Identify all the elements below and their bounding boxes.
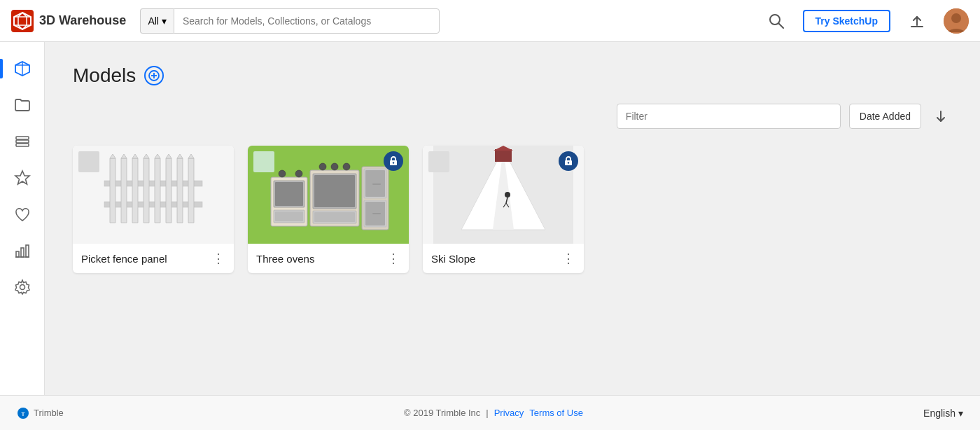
upload-button[interactable] bbox=[904, 8, 930, 34]
fence-illustration bbox=[97, 153, 209, 237]
svg-rect-11 bbox=[16, 140, 29, 143]
footer: T Trimble © 2019 Trimble Inc | Privacy T… bbox=[0, 395, 980, 430]
svg-marker-31 bbox=[144, 158, 149, 223]
lock-icon bbox=[388, 156, 398, 166]
svg-point-72 bbox=[505, 192, 510, 197]
language-selector[interactable]: English ▾ bbox=[923, 408, 963, 419]
add-model-button[interactable] bbox=[144, 66, 164, 85]
card-menu-three-ovens[interactable]: ⋮ bbox=[387, 252, 400, 265]
sort-date-added-button[interactable]: Date Added bbox=[849, 104, 921, 129]
heart-icon bbox=[14, 206, 31, 223]
sidebar-item-analytics[interactable] bbox=[7, 235, 38, 266]
svg-point-56 bbox=[331, 163, 338, 170]
card-footer-three-ovens: Three ovens ⋮ bbox=[248, 244, 409, 273]
card-picket-fence[interactable]: Picket fence panel ⋮ bbox=[73, 146, 234, 273]
sidebar-item-models[interactable] bbox=[7, 53, 38, 84]
svg-marker-40 bbox=[188, 154, 194, 158]
svg-point-66 bbox=[568, 162, 569, 163]
card-title-picket-fence: Picket fence panel bbox=[81, 253, 167, 265]
ski-slope-illustration bbox=[433, 146, 573, 244]
search-filter-dropdown[interactable]: All ▾ bbox=[140, 8, 174, 34]
svg-marker-33 bbox=[155, 158, 160, 223]
logo-text: 3D Warehouse bbox=[39, 13, 126, 28]
svg-marker-28 bbox=[121, 154, 127, 158]
svg-marker-35 bbox=[166, 158, 172, 223]
logo-area: 3D Warehouse bbox=[11, 10, 126, 32]
svg-marker-26 bbox=[110, 154, 115, 158]
page-title: Models bbox=[73, 64, 136, 87]
svg-marker-37 bbox=[177, 158, 183, 223]
sidebar-item-settings[interactable] bbox=[7, 272, 38, 303]
svg-marker-36 bbox=[166, 154, 172, 158]
search-icon bbox=[769, 13, 784, 29]
body-area: Models Date Added bbox=[0, 42, 980, 395]
card-thumb-picket-fence bbox=[73, 146, 234, 244]
gear-icon bbox=[14, 279, 31, 296]
svg-marker-39 bbox=[188, 158, 194, 223]
filter-input[interactable] bbox=[617, 104, 841, 129]
star-icon bbox=[14, 169, 31, 186]
trimble-logo-icon: T bbox=[17, 407, 29, 419]
footer-center: © 2019 Trimble Inc | Privacy Terms of Us… bbox=[64, 408, 923, 418]
filter-row: Date Added bbox=[73, 104, 952, 129]
svg-marker-32 bbox=[144, 154, 149, 158]
card-footer-ski-slope: Ski Slope ⋮ bbox=[423, 244, 584, 273]
svg-text:T: T bbox=[22, 411, 25, 417]
svg-rect-23 bbox=[104, 181, 202, 186]
svg-marker-38 bbox=[177, 154, 183, 158]
card-mini-thumb bbox=[78, 151, 99, 172]
sidebar-item-favorites[interactable] bbox=[7, 162, 38, 193]
language-label: English bbox=[923, 408, 955, 419]
svg-rect-45 bbox=[275, 182, 303, 206]
card-thumb-three-ovens bbox=[248, 146, 409, 244]
card-ski-slope[interactable]: Ski Slope ⋮ bbox=[423, 146, 584, 273]
avatar[interactable] bbox=[944, 8, 969, 34]
svg-marker-29 bbox=[132, 158, 138, 223]
footer-terms-link[interactable]: Terms of Use bbox=[529, 408, 583, 418]
card-menu-ski-slope[interactable]: ⋮ bbox=[562, 252, 575, 265]
svg-point-55 bbox=[319, 163, 326, 170]
footer-copyright: © 2019 Trimble Inc bbox=[404, 408, 480, 418]
sort-direction-button[interactable] bbox=[930, 105, 952, 127]
card-mini-thumb-ovens bbox=[253, 151, 274, 172]
stack-icon bbox=[14, 133, 31, 150]
lock-icon-ski bbox=[564, 156, 573, 166]
svg-marker-25 bbox=[110, 158, 115, 223]
cube-icon bbox=[14, 60, 31, 77]
svg-rect-64 bbox=[372, 213, 381, 214]
svg-line-6 bbox=[778, 23, 783, 28]
sidebar-item-collections[interactable] bbox=[7, 90, 38, 120]
card-footer-picket-fence: Picket fence panel ⋮ bbox=[73, 244, 234, 273]
trimble-label: Trimble bbox=[34, 408, 64, 418]
main-content: Models Date Added bbox=[45, 42, 980, 395]
card-three-ovens[interactable]: Three ovens ⋮ bbox=[248, 146, 409, 273]
sidebar-item-catalogs[interactable] bbox=[7, 126, 38, 157]
svg-rect-24 bbox=[104, 202, 202, 207]
card-mini-thumb-ski bbox=[428, 151, 449, 172]
svg-rect-70 bbox=[495, 149, 512, 162]
svg-point-48 bbox=[279, 170, 286, 177]
svg-rect-10 bbox=[16, 137, 29, 139]
svg-rect-16 bbox=[26, 245, 29, 257]
card-menu-picket-fence[interactable]: ⋮ bbox=[212, 252, 225, 265]
svg-rect-52 bbox=[314, 175, 355, 207]
logo-icon bbox=[11, 10, 34, 32]
cards-grid: Picket fence panel ⋮ bbox=[73, 146, 952, 273]
svg-marker-30 bbox=[132, 154, 138, 158]
card-thumb-ski-slope bbox=[423, 146, 584, 244]
lock-badge-ovens bbox=[384, 151, 403, 171]
svg-rect-14 bbox=[16, 251, 19, 257]
svg-marker-34 bbox=[155, 154, 160, 158]
svg-point-49 bbox=[295, 170, 302, 177]
search-input[interactable] bbox=[174, 8, 440, 34]
chevron-down-icon: ▾ bbox=[162, 15, 167, 27]
footer-privacy-link[interactable]: Privacy bbox=[494, 408, 524, 418]
search-button[interactable] bbox=[764, 8, 789, 34]
svg-rect-15 bbox=[21, 248, 24, 257]
page-title-area: Models bbox=[73, 64, 952, 87]
svg-rect-54 bbox=[314, 212, 355, 222]
svg-point-57 bbox=[343, 163, 350, 170]
try-sketchup-button[interactable]: Try SketchUp bbox=[803, 10, 890, 32]
sidebar-item-liked[interactable] bbox=[7, 199, 38, 230]
search-area: All ▾ bbox=[140, 8, 443, 34]
